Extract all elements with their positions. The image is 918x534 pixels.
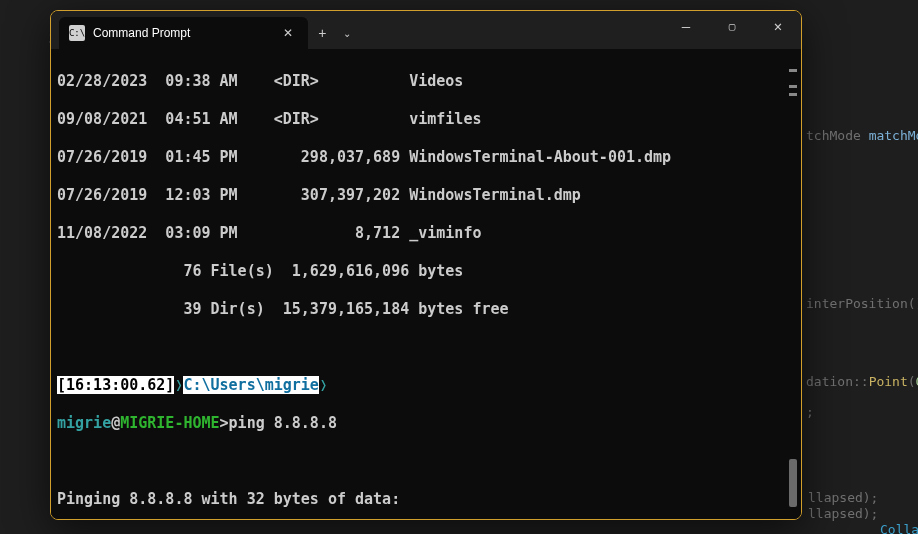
tab-close-button[interactable]: ✕ [278,23,298,43]
blank-line [57,452,801,471]
terminal-window: C:\ Command Prompt ✕ + ⌄ — ▢ ✕ 02/28/202… [50,10,802,520]
dir-line: 07/26/2019 01:45 PM 298,037,689 WindowsT… [57,148,801,167]
scroll-mark [789,85,797,88]
dir-line: 76 File(s) 1,629,616,096 bytes [57,262,801,281]
close-button[interactable]: ✕ [755,11,801,41]
tab-dropdown-button[interactable]: ⌄ [336,17,358,49]
maximize-button[interactable]: ▢ [709,11,755,41]
scroll-thumb[interactable] [789,459,797,507]
scroll-mark [789,93,797,96]
ping-line: Pinging 8.8.8.8 with 32 bytes of data: [57,490,801,509]
prompt-cmd-line: migrie@MIGRIE-HOME>ping 8.8.8.8 [57,414,801,433]
blank-line [57,338,801,357]
dir-line: 07/26/2019 12:03 PM 307,397,202 WindowsT… [57,186,801,205]
dir-line: 02/28/2023 09:38 AM <DIR> Videos [57,72,801,91]
cmd-icon: C:\ [69,25,85,41]
command-text: ping 8.8.8.8 [229,414,337,432]
terminal-body[interactable]: 02/28/2023 09:38 AM <DIR> Videos 09/08/2… [51,49,801,519]
scrollbar[interactable] [787,49,799,519]
prompt-line: [16:13:00.62]❭C:\Users\migrie❭ [57,376,801,395]
prompt-path: C:\Users\migrie [183,376,318,394]
prompt-user: migrie [57,414,111,432]
title-bar[interactable]: C:\ Command Prompt ✕ + ⌄ — ▢ ✕ [51,11,801,49]
new-tab-button[interactable]: + [308,17,336,49]
scroll-mark [789,69,797,72]
dir-line: 09/08/2021 04:51 AM <DIR> vimfiles [57,110,801,129]
dir-line: 39 Dir(s) 15,379,165,184 bytes free [57,300,801,319]
tab-command-prompt[interactable]: C:\ Command Prompt ✕ [59,17,308,49]
minimize-button[interactable]: — [663,11,709,41]
dir-line: 11/08/2022 03:09 PM 8,712 _viminfo [57,224,801,243]
tab-title: Command Prompt [93,26,190,40]
window-controls: — ▢ ✕ [663,11,801,43]
prompt-host: MIGRIE-HOME [120,414,219,432]
prompt-time: [16:13:00.62] [57,376,174,394]
